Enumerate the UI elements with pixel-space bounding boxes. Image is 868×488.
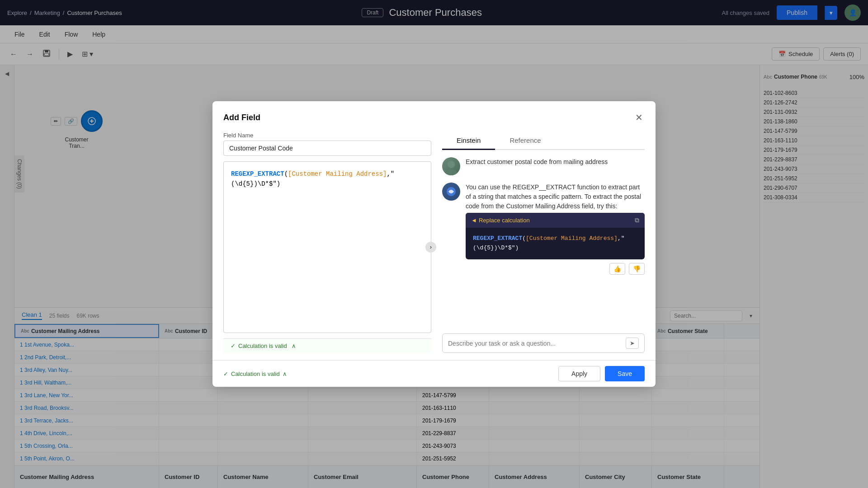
validation-footer-text: Calculation is valid xyxy=(231,371,280,377)
triangle-icon: ◄ xyxy=(471,217,477,224)
suggestion-func: REGEXP_EXTRACT xyxy=(473,235,522,242)
chevron-up-footer-icon[interactable]: ∧ xyxy=(283,371,287,377)
ai-avatar xyxy=(442,183,460,201)
modal-right: Einstein Reference Extract customer post… xyxy=(442,132,645,353)
valid-indicator: ✓ Calculation is valid ∧ xyxy=(223,371,287,377)
modal-body: Field Name REGEXP_EXTRACT([Customer Mail… xyxy=(212,125,656,360)
ai-explanation-text: You can use the REGEXP__EXTRACT function… xyxy=(466,183,645,211)
chat-send-button[interactable]: ➤ xyxy=(626,338,639,349)
feedback-row: 👍 👎 xyxy=(466,263,645,275)
tab-reference[interactable]: Reference xyxy=(495,132,555,150)
expand-panel-button[interactable]: › xyxy=(425,242,436,253)
modal-title: Add Field xyxy=(223,113,260,122)
chat-input[interactable] xyxy=(448,340,622,347)
modal-left: Field Name REGEXP_EXTRACT([Customer Mail… xyxy=(223,132,431,353)
svg-point-4 xyxy=(448,161,455,168)
tab-einstein[interactable]: Einstein xyxy=(442,132,495,150)
suggestion-row-ai: You can use the REGEXP__EXTRACT function… xyxy=(442,183,645,275)
chevron-up-icon[interactable]: ∧ xyxy=(292,343,296,349)
copy-button[interactable]: ⧉ xyxy=(635,216,639,224)
checkmark-icon: ✓ xyxy=(223,371,228,377)
field-name-input[interactable] xyxy=(223,141,431,156)
code-editor[interactable]: REGEXP_EXTRACT([Customer Mailing Address… xyxy=(223,161,431,333)
field-name-label: Field Name xyxy=(223,132,431,139)
save-button[interactable]: Save xyxy=(605,366,645,381)
einstein-content: Extract customer postal code from mailin… xyxy=(442,157,645,353)
thumbs-up-button[interactable]: 👍 xyxy=(609,263,625,275)
user-avatar xyxy=(442,157,460,175)
modal-tabs: Einstein Reference xyxy=(442,132,645,150)
chat-input-row: ➤ xyxy=(442,333,645,353)
code-suggestion-box: ◄ Replace calculation ⧉ REGEXP_EXTRACT([… xyxy=(466,213,645,259)
footer-actions: Apply Save xyxy=(558,366,645,381)
svg-point-5 xyxy=(445,169,457,175)
field-name-group: Field Name xyxy=(223,132,431,156)
modal-overlay: Add Field ✕ Field Name REGEXP_EXTRACT([C… xyxy=(0,0,868,488)
suggestion-field: [Customer Mailing Address] xyxy=(526,235,618,242)
code-function: REGEXP_EXTRACT xyxy=(231,170,284,178)
modal-header: Add Field ✕ xyxy=(212,101,656,125)
code-suggestion-body: REGEXP_EXTRACT([Customer Mailing Address… xyxy=(466,228,645,259)
validation-icon: ✓ xyxy=(231,343,236,349)
replace-calc-label: Replace calculation xyxy=(479,217,530,224)
add-field-modal: Add Field ✕ Field Name REGEXP_EXTRACT([C… xyxy=(212,101,656,387)
validation-text: Calculation is valid xyxy=(238,343,287,349)
user-suggestion-text: Extract customer postal code from mailin… xyxy=(466,157,645,167)
modal-footer: ✓ Calculation is valid ∧ Apply Save xyxy=(212,360,656,387)
apply-button[interactable]: Apply xyxy=(558,366,600,381)
replace-calculation-button[interactable]: ◄ Replace calculation xyxy=(471,217,530,224)
suggestion-row-human: Extract customer postal code from mailin… xyxy=(442,157,645,175)
modal-close-button[interactable]: ✕ xyxy=(633,110,645,125)
thumbs-down-button[interactable]: 👎 xyxy=(629,263,645,275)
validation-bar: ✓ Calculation is valid ∧ xyxy=(223,338,431,353)
code-suggestion-header: ◄ Replace calculation ⧉ xyxy=(466,213,645,228)
